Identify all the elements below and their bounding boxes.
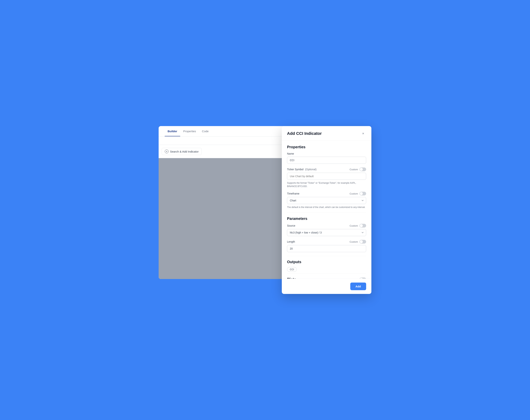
outputs-tags-container: CCI: [287, 267, 366, 272]
ticker-symbol-label: Ticker Symbol: [287, 168, 303, 171]
close-button[interactable]: ×: [360, 131, 366, 137]
search-add-indicator-button[interactable]: + Search & Add Indicator: [162, 148, 202, 155]
name-label-row: Name: [287, 152, 366, 155]
ticker-hint: Supports the format "Ticker" or "Exchang…: [287, 181, 366, 188]
properties-section: Properties Name Ticker Symbol (Optional): [287, 145, 366, 209]
app-canvas: [159, 158, 300, 279]
app-toolbar: +: [159, 137, 300, 145]
source-custom-toggle[interactable]: [359, 224, 366, 227]
plots-header-row: Plots: [287, 277, 366, 279]
circle-plus-icon: +: [165, 150, 169, 153]
app-panel: Builder Properties Code + + Search & Add…: [159, 126, 300, 279]
name-input[interactable]: [287, 157, 366, 164]
length-label-row: Length Custom: [287, 240, 366, 244]
ticker-label-row: Ticker Symbol (Optional) Custom: [287, 168, 366, 171]
properties-section-title: Properties: [287, 145, 366, 149]
tab-properties[interactable]: Properties: [180, 126, 199, 136]
modal-header: Add CCI Indicator ×: [282, 126, 371, 140]
source-label: Source: [287, 224, 295, 227]
timeframe-label-row: Timeframe Custom: [287, 192, 366, 196]
length-label: Length: [287, 240, 295, 243]
length-custom-label: Custom: [350, 240, 358, 243]
length-input[interactable]: [287, 245, 366, 252]
modal-title: Add CCI Indicator: [287, 131, 322, 136]
source-custom-label: Custom: [350, 224, 358, 227]
plots-section-title: Plots: [287, 277, 296, 279]
length-custom-toggle[interactable]: [359, 240, 366, 244]
ticker-custom-toggle-row: Custom: [350, 168, 366, 171]
timeframe-field-group: Timeframe Custom Chart 1m 5m 15m 1h 4h: [287, 192, 366, 209]
plots-toggle[interactable]: [359, 278, 366, 279]
outputs-cci-tag: CCI: [287, 267, 297, 272]
timeframe-label: Timeframe: [287, 192, 299, 195]
parameters-outputs-divider: [287, 256, 366, 256]
tab-builder[interactable]: Builder: [165, 126, 180, 136]
plots-section: Plots This is the default plot, but you …: [287, 277, 366, 279]
outputs-section: Outputs CCI: [287, 260, 366, 272]
ticker-symbol-field-group: Ticker Symbol (Optional) Custom Supports…: [287, 168, 366, 188]
timeframe-custom-toggle-row: Custom: [350, 192, 366, 196]
app-header: Builder Properties Code: [159, 126, 300, 137]
ticker-label-container: Ticker Symbol (Optional): [287, 168, 317, 171]
timeframe-custom-toggle[interactable]: [359, 192, 366, 196]
name-field-group: Name: [287, 152, 366, 164]
timeframe-select[interactable]: Chart 1m 5m 15m 1h 4h 1D 1W: [287, 197, 366, 204]
source-field-group: Source Custom hlc3 (high + low + close) …: [287, 224, 366, 236]
source-select[interactable]: hlc3 (high + low + close) / 3 open high …: [287, 229, 366, 236]
add-button[interactable]: Add: [350, 282, 366, 290]
timeframe-hint: The default is the interval of the chart…: [287, 206, 366, 209]
source-label-row: Source Custom: [287, 224, 366, 227]
add-cci-indicator-modal: Add CCI Indicator × Properties Name: [282, 126, 371, 294]
name-label: Name: [287, 152, 294, 155]
search-area: + Search & Add Indicator: [159, 145, 300, 158]
ticker-symbol-input[interactable]: [287, 173, 366, 180]
modal-footer: Add: [282, 279, 371, 294]
parameters-section-title: Parameters: [287, 217, 366, 221]
modal-body: Properties Name Ticker Symbol (Optional): [282, 140, 371, 279]
source-custom-toggle-row: Custom: [350, 224, 366, 227]
outputs-plots-divider: [287, 273, 366, 273]
timeframe-custom-label: Custom: [350, 192, 358, 195]
ticker-custom-toggle[interactable]: [359, 168, 366, 171]
length-custom-toggle-row: Custom: [350, 240, 366, 244]
outputs-section-title: Outputs: [287, 260, 366, 264]
ticker-optional-label: (Optional): [305, 168, 317, 171]
length-field-group: Length Custom: [287, 240, 366, 252]
ticker-custom-label: Custom: [350, 168, 358, 171]
parameters-section: Parameters Source Custom hlc3 (high + lo…: [287, 217, 366, 252]
tab-code[interactable]: Code: [199, 126, 212, 136]
